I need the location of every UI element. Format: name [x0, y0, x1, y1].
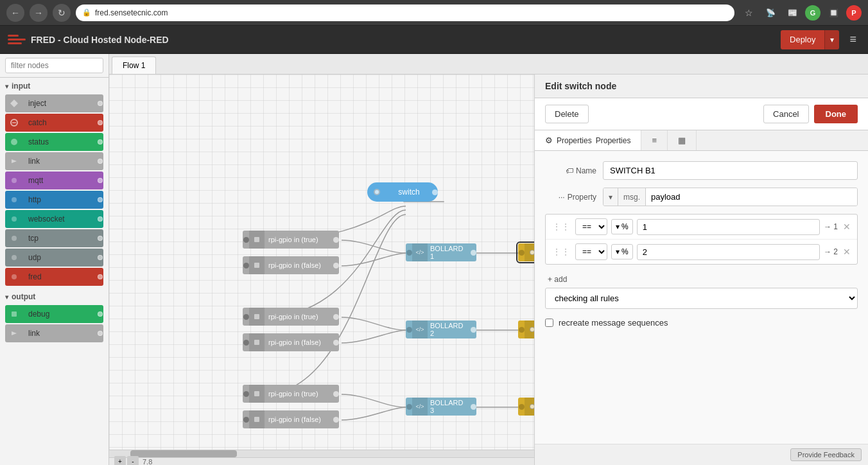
- flow-node-rpi2-false[interactable]: rpi-gpio in (false): [243, 333, 339, 351]
- rule-remove-btn-1[interactable]: ✕: [842, 222, 852, 232]
- deploy-dropdown-button[interactable]: ▾: [824, 30, 839, 49]
- tab-description[interactable]: ≡: [641, 130, 668, 150]
- canvas-footer: + - 7.8: [109, 457, 534, 465]
- lock-icon: 🔒: [82, 8, 91, 17]
- sidebar-item-udp[interactable]: udp: [5, 249, 103, 267]
- property-value-input[interactable]: [646, 188, 857, 206]
- flow-node-bollard1[interactable]: </> BOLLARD 1: [406, 243, 476, 261]
- rule-drag-handle-2[interactable]: ⋮⋮: [551, 247, 571, 257]
- tab-appearance[interactable]: ▦: [668, 130, 697, 150]
- rule-val-input-2[interactable]: [637, 244, 820, 260]
- property-prefix-dropdown[interactable]: ▾: [603, 188, 618, 206]
- add-rule-button[interactable]: + add: [545, 271, 569, 288]
- tab-flow1[interactable]: Flow 1: [112, 57, 156, 74]
- zoom-in-button[interactable]: +: [114, 456, 126, 466]
- sidebar-scrollable: ▾ input inject catch: [0, 78, 108, 465]
- edit-panel-actions: Delete Cancel Done: [535, 98, 868, 130]
- section-header-output[interactable]: ▾ output: [0, 288, 108, 304]
- flow-node-switch-label: switch: [386, 188, 431, 197]
- rule-type-btn-1[interactable]: ▾ %: [611, 219, 633, 234]
- app-logo: FRED - Cloud Hosted Node-RED: [8, 33, 781, 46]
- zoom-out-button[interactable]: -: [127, 456, 139, 466]
- tab-properties[interactable]: ⚙ Properties Properties: [535, 130, 641, 150]
- rule-drag-handle-1[interactable]: ⋮⋮: [551, 222, 571, 232]
- bookmark-button[interactable]: ☆: [740, 4, 758, 22]
- name-label: 🏷 Name: [545, 166, 596, 175]
- sidebar-item-catch[interactable]: catch: [5, 114, 103, 132]
- deploy-button[interactable]: Deploy: [781, 30, 824, 49]
- cancel-button[interactable]: Cancel: [763, 105, 808, 123]
- sidebar-item-link-output[interactable]: link: [5, 324, 103, 342]
- flow-node-switch[interactable]: switch: [367, 182, 438, 202]
- feedback-footer: Provide Feedback: [535, 444, 868, 465]
- canvas-editor-container: Flow 1: [109, 54, 868, 465]
- flow-node-rpi2-true[interactable]: rpi-gpio in (true): [243, 308, 339, 326]
- flow-node-rpi3-false[interactable]: rpi-gpio in (false): [243, 410, 339, 428]
- inject-node-icon: [5, 94, 23, 112]
- sidebar-item-debug[interactable]: debug: [5, 305, 103, 323]
- ext1-button[interactable]: 📡: [761, 4, 779, 22]
- flow-node-switchb3[interactable]: SWITCH B3: [518, 398, 534, 416]
- section-header-input[interactable]: ▾ input: [0, 78, 108, 93]
- forward-button[interactable]: →: [30, 4, 48, 22]
- status-node-icon: [5, 133, 23, 151]
- ext2-button[interactable]: 📰: [783, 4, 801, 22]
- delete-button[interactable]: Delete: [545, 105, 589, 123]
- checking-select[interactable]: checking all rules stopping after first …: [545, 288, 858, 309]
- flow-node-switchb1[interactable]: SWITCH B1: [518, 243, 534, 261]
- sidebar-item-inject[interactable]: inject: [5, 94, 103, 112]
- app-header: FRED - Cloud Hosted Node-RED Deploy ▾ ≡: [0, 26, 868, 54]
- msg-prefix: msg.: [623, 193, 640, 202]
- edit-panel-tabs: ⚙ Properties Properties ≡ ▦: [535, 130, 868, 151]
- hamburger-button[interactable]: ≡: [846, 30, 860, 49]
- flow-node-rpi1-false[interactable]: rpi-gpio in (false): [243, 256, 339, 274]
- back-button[interactable]: ←: [6, 4, 24, 22]
- avatar-g-button[interactable]: G: [805, 5, 820, 21]
- flow-node-bollard3[interactable]: </> BOLLARD 3: [406, 398, 476, 416]
- link-node-label: link: [23, 157, 97, 166]
- sidebar-item-fred[interactable]: fred: [5, 268, 103, 286]
- link-output-node-label: link: [23, 329, 97, 338]
- avatar-r-button[interactable]: P: [846, 5, 862, 21]
- mqtt-node-icon: [5, 171, 23, 189]
- sidebar-item-tcp[interactable]: tcp: [5, 229, 103, 247]
- filter-nodes-input[interactable]: [5, 58, 103, 73]
- rule-remove-btn-2[interactable]: ✕: [842, 247, 852, 257]
- sidebar-item-link[interactable]: link: [5, 152, 103, 170]
- sidebar: ▾ input inject catch: [0, 54, 109, 465]
- flow-canvas[interactable]: switch rpi-gpio in (true): [109, 75, 534, 465]
- inject-node-label: inject: [23, 99, 97, 108]
- svg-point-3: [11, 139, 17, 145]
- recreate-checkbox[interactable]: [545, 319, 553, 327]
- svg-point-9: [12, 255, 17, 260]
- gear-icon: ⚙: [545, 136, 553, 145]
- done-button[interactable]: Done: [814, 105, 858, 123]
- rule-row-2: ⋮⋮ == != < > ▾ %: [546, 240, 857, 264]
- property-input-container: ▾ msg.: [603, 188, 858, 206]
- flow-node-switchb2[interactable]: SWITCH B2: [518, 320, 534, 338]
- rule-type-btn-2[interactable]: ▾ %: [611, 244, 633, 259]
- reload-button[interactable]: ↻: [53, 4, 71, 22]
- chevron-down-output-icon: ▾: [5, 294, 8, 301]
- rule-op-select-2[interactable]: == != < >: [575, 243, 607, 260]
- name-input[interactable]: [603, 161, 858, 180]
- flow-node-rpi1-true[interactable]: rpi-gpio in (true): [243, 231, 339, 249]
- sidebar-item-mqtt[interactable]: mqtt: [5, 171, 103, 189]
- rule-op-select-1[interactable]: == != < >: [575, 218, 607, 235]
- http-node-port: [97, 191, 103, 209]
- rpi2-false-label: rpi-gpio in (false): [265, 338, 333, 346]
- canvas-horizontal-scrollbar[interactable]: [109, 450, 534, 457]
- rpi1-true-label: rpi-gpio in (true): [265, 236, 333, 243]
- flow-node-rpi3-true[interactable]: rpi-gpio in (true): [243, 385, 339, 403]
- bollard3-label: BOLLARD 3: [428, 399, 470, 414]
- udp-node-label: udp: [23, 253, 97, 262]
- ext3-button[interactable]: 🔲: [824, 4, 842, 22]
- sidebar-item-http[interactable]: http: [5, 191, 103, 209]
- provide-feedback-button[interactable]: Provide Feedback: [790, 448, 862, 461]
- sidebar-item-websocket[interactable]: websocket: [5, 210, 103, 228]
- sidebar-item-status[interactable]: status: [5, 133, 103, 151]
- flow-node-bollard2[interactable]: </> BOLLARD 2: [406, 320, 476, 338]
- rule-val-input-1[interactable]: [637, 219, 820, 235]
- tcp-node-icon: [5, 229, 23, 247]
- fred-node-label: fred: [23, 272, 97, 281]
